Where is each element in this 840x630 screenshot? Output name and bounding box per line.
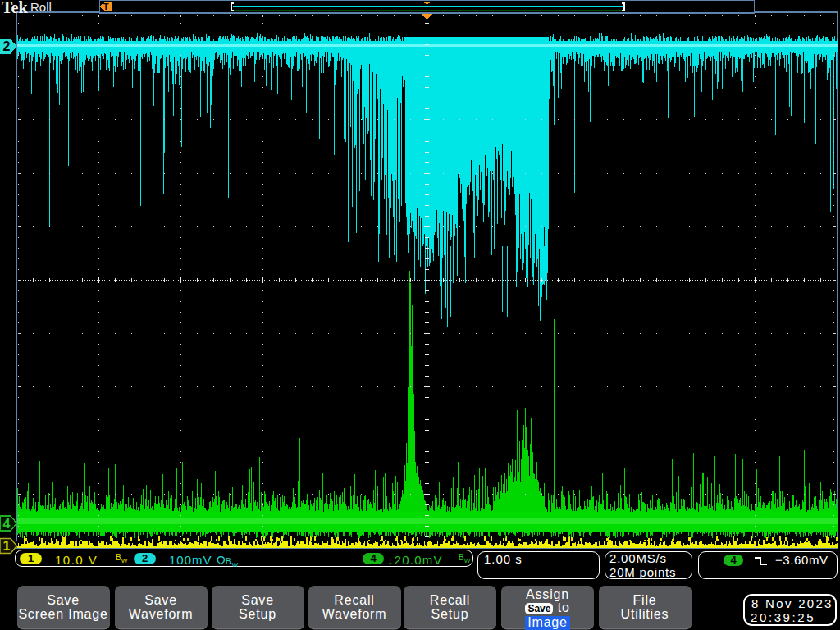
svg-text:2: 2	[3, 39, 11, 53]
svg-text:T: T	[103, 2, 109, 11]
svg-text:1: 1	[3, 539, 11, 553]
svg-text:4: 4	[3, 517, 11, 531]
